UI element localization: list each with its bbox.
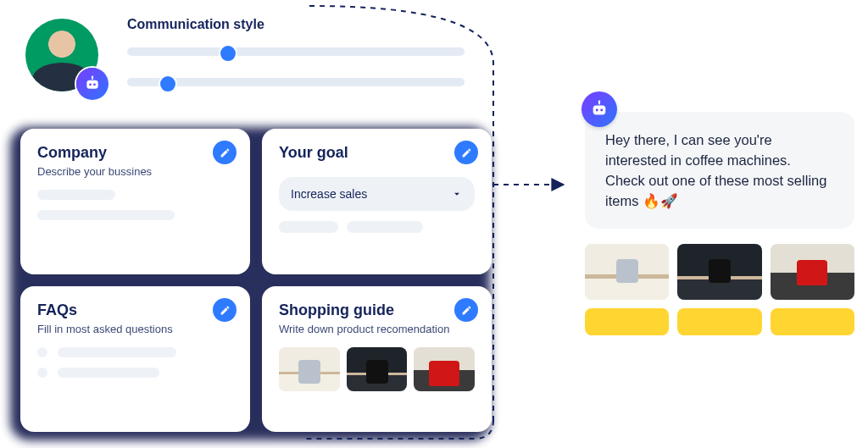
placeholder-pill (347, 221, 423, 233)
robot-icon (84, 75, 101, 92)
edit-goal-button[interactable] (454, 141, 478, 164)
svg-point-9 (598, 101, 601, 103)
card-company-title: Company (37, 144, 233, 162)
faq-row-1 (37, 347, 233, 357)
config-cards-grid: Company Describe your bussines Your goal… (20, 129, 492, 432)
chat-cta-2[interactable] (677, 308, 761, 335)
product-thumbnails (279, 347, 475, 391)
comm-style-title: Communication style (127, 17, 465, 32)
card-faqs: FAQs Fill in most asked questions (20, 286, 250, 432)
product-thumb-2[interactable] (347, 347, 408, 391)
placeholder-pill (279, 221, 338, 233)
chat-thumb-2[interactable] (677, 244, 761, 300)
bullet-icon (37, 368, 47, 378)
card-shopping-title: Shopping guide (279, 301, 475, 319)
chat-thumb-1[interactable] (585, 244, 669, 300)
operator-avatar (25, 19, 102, 95)
spacer (279, 165, 475, 170)
card-company-sub: Describe your bussines (37, 165, 233, 178)
chat-product-thumbs (585, 244, 854, 300)
faq-row-2 (37, 368, 233, 378)
chat-message-text: Hey there, I can see you're interested i… (605, 132, 826, 208)
robot-icon (590, 100, 609, 119)
card-faqs-sub: Fill in most asked questions (37, 323, 233, 335)
card-goal-title: Your goal (279, 144, 475, 162)
goal-select[interactable]: Increase sales (279, 177, 475, 211)
placeholder-line (37, 190, 115, 200)
svg-rect-0 (86, 80, 97, 89)
chat-product-buttons (585, 308, 854, 335)
chat-thumb-3[interactable] (771, 244, 854, 300)
edit-company-button[interactable] (213, 141, 236, 164)
card-shopping-sub: Write down product recomendation (279, 323, 475, 335)
placeholder-line (58, 347, 176, 357)
svg-rect-5 (593, 105, 606, 114)
chat-bubble: Hey there, I can see you're interested i… (585, 112, 854, 229)
pencil-icon (220, 147, 231, 158)
goal-select-label: Increase sales (291, 187, 367, 201)
chevron-down-icon (451, 188, 463, 200)
card-faqs-title: FAQs (37, 301, 233, 319)
card-goal: Your goal Increase sales (262, 129, 492, 274)
card-shopping-guide: Shopping guide Write down product recome… (262, 286, 492, 432)
bot-config-panel: Communication style Company Describe you… (10, 17, 490, 108)
chat-cta-1[interactable] (585, 308, 669, 335)
svg-point-6 (596, 108, 598, 111)
svg-point-2 (93, 84, 96, 86)
config-header: Communication style (10, 17, 490, 108)
edit-faqs-button[interactable] (213, 298, 236, 322)
bot-badge-icon (76, 68, 108, 100)
chat-bot-badge (581, 91, 617, 127)
chat-cta-3[interactable] (771, 308, 854, 335)
placeholder-line (37, 210, 175, 220)
product-thumb-3[interactable] (414, 347, 475, 391)
comm-style-sliders: Communication style (127, 17, 490, 108)
chat-preview: Hey there, I can see you're interested i… (585, 91, 854, 335)
pencil-icon (220, 305, 231, 316)
product-thumb-1[interactable] (279, 347, 340, 391)
placeholder-line (58, 368, 159, 378)
svg-point-7 (600, 108, 603, 111)
svg-point-1 (89, 84, 92, 86)
pencil-icon (461, 147, 472, 158)
goal-pills (279, 221, 475, 233)
edit-shopping-button[interactable] (454, 298, 478, 322)
slider-2[interactable] (127, 78, 465, 91)
slider-1[interactable] (127, 47, 465, 61)
card-company: Company Describe your bussines (20, 129, 250, 274)
svg-point-4 (92, 76, 93, 78)
pencil-icon (461, 305, 472, 316)
bullet-icon (37, 347, 47, 357)
